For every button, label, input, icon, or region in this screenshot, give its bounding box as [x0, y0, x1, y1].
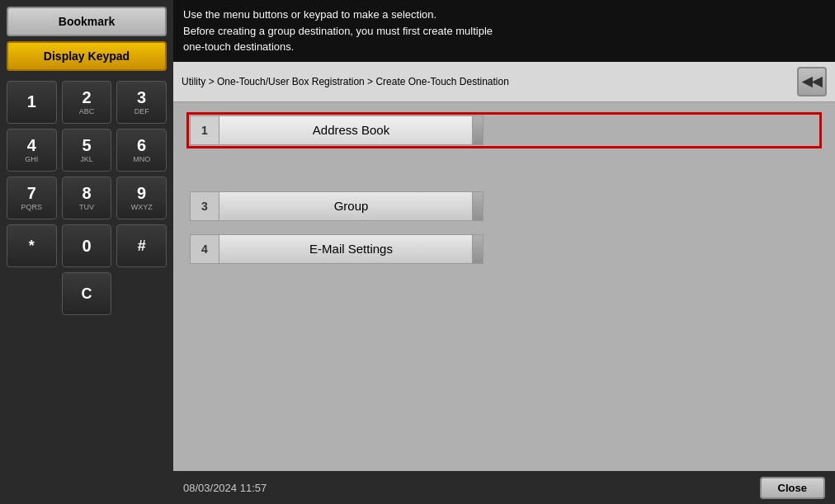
option-row-3[interactable]: 3 Group	[190, 191, 818, 221]
instruction-line3: one-touch destinations.	[183, 39, 825, 55]
option-btn-email-settings[interactable]: E-Mail Settings	[219, 234, 484, 264]
option-row-empty-2	[190, 158, 818, 191]
option-row-1[interactable]: 1 Address Book	[190, 115, 818, 145]
key-9[interactable]: 9WXYZ	[116, 177, 167, 219]
close-button[interactable]: Close	[760, 477, 825, 499]
instruction-line1: Use the menu buttons or keypad to make a…	[183, 7, 825, 23]
instruction-bar: Use the menu buttons or keypad to make a…	[173, 0, 835, 62]
key-3[interactable]: 3DEF	[116, 81, 167, 124]
key-0[interactable]: 0	[62, 224, 112, 267]
datetime-display: 08/03/2024 11:57	[183, 482, 267, 494]
option-number-1: 1	[190, 115, 219, 145]
key-clear[interactable]: C	[62, 272, 112, 315]
key-hash[interactable]: #	[116, 224, 167, 267]
main-panel: Use the menu buttons or keypad to make a…	[173, 0, 835, 504]
content-area: Utility > One-Touch/User Box Registratio…	[173, 62, 835, 472]
options-area: 1 Address Book 3 Group 4 E-Mail Settings	[173, 102, 835, 472]
keypad-grid: 1 2ABC 3DEF 4GHI 5JKL 6MNO 7PQRS 8TUV 9W…	[7, 81, 167, 315]
key-7[interactable]: 7PQRS	[7, 177, 57, 219]
display-keypad-button[interactable]: Display Keypad	[7, 41, 167, 71]
option-btn-group[interactable]: Group	[219, 191, 484, 221]
top-buttons: Bookmark Display Keypad	[7, 7, 167, 71]
option-row-4[interactable]: 4 E-Mail Settings	[190, 234, 818, 264]
key-5[interactable]: 5JKL	[62, 129, 112, 172]
option-number-4: 4	[190, 234, 219, 264]
bookmark-button[interactable]: Bookmark	[7, 7, 167, 36]
key-star[interactable]: *	[7, 224, 57, 267]
status-bar: 08/03/2024 11:57 Close	[173, 471, 835, 504]
key-4[interactable]: 4GHI	[7, 129, 57, 172]
breadcrumb-bar: Utility > One-Touch/User Box Registratio…	[173, 62, 835, 102]
option-btn-address-book[interactable]: Address Book	[219, 115, 484, 145]
instruction-line2: Before creating a group destination, you…	[183, 23, 825, 40]
back-button[interactable]: ◀◀	[797, 67, 827, 97]
left-panel: Bookmark Display Keypad 1 2ABC 3DEF 4GHI…	[0, 0, 173, 504]
key-8[interactable]: 8TUV	[62, 177, 112, 219]
key-1[interactable]: 1	[7, 81, 57, 124]
option-number-3: 3	[190, 191, 219, 221]
key-2[interactable]: 2ABC	[62, 81, 112, 124]
key-6[interactable]: 6MNO	[116, 129, 167, 172]
breadcrumb: Utility > One-Touch/User Box Registratio…	[182, 76, 790, 87]
